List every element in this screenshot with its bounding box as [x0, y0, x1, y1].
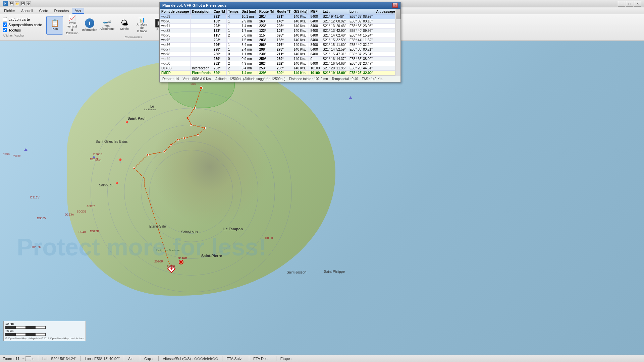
- speed-dot-8: [215, 357, 218, 360]
- speed-dot-5: [206, 357, 209, 360]
- table-row[interactable]: wpt70163°12,9 mn163°143°140 Kts.8400S21°…: [160, 19, 401, 24]
- pin-marker-1: 📍: [124, 121, 130, 126]
- speed-indicator: [194, 357, 218, 360]
- menu-donnees[interactable]: Données: [51, 8, 71, 13]
- table-row[interactable]: FMEPPierrefonds329°11,4 mn329°309°140 Kt…: [160, 71, 401, 75]
- label-saint-joseph: Saint-Joseph: [287, 270, 306, 274]
- menu-fichier[interactable]: Fichier: [1, 8, 18, 13]
- flightplan-title: Plan de vol: VFR Gillot à Pierrefonds: [162, 3, 226, 7]
- label-etang-sale: Etang-Salé: [149, 225, 166, 228]
- col-temps: Temps: [226, 9, 240, 14]
- meteo-icon: 🌤: [121, 19, 128, 27]
- table-row[interactable]: D146BIntersection253°25,4 mn253°233°140 …: [160, 66, 401, 71]
- map-area[interactable]: Saint-Denis Saint-Paul Saint-Gilles-les-…: [0, 41, 644, 355]
- meteo-button[interactable]: 🌤 Météo: [116, 16, 133, 35]
- table-row[interactable]: wpt71223°11,4 mn223°203°140 Kts.8400S21°…: [160, 24, 401, 28]
- flightplan-tbody: wpt69291°410,1 mn291°271°140 Kts.8400S21…: [160, 14, 401, 75]
- speed-dot-6: [209, 357, 212, 360]
- table-row[interactable]: wpt69291°410,1 mn291°271°140 Kts.8400S21…: [160, 14, 401, 19]
- analyse-button[interactable]: 📊 Analyse dela trace: [133, 16, 150, 35]
- lon-label: Lon :: [85, 357, 93, 361]
- label-sdg: SDG: [191, 82, 196, 85]
- table-row[interactable]: wpt78230°01,1 mn230°211°140 Kts.8400S21°…: [160, 52, 401, 57]
- table-row[interactable]: wpt73115°23,8 mn115°095°140 Kts.8400S21°…: [160, 33, 401, 38]
- label-d297r: D297R: [32, 245, 41, 249]
- col-waypoint: Point de passage: [160, 9, 191, 14]
- footer-vent: Vent : 000° À 0 Kts.: [183, 77, 212, 81]
- analyse-icon: 📊: [139, 17, 145, 22]
- profil-label: Profil verticald Élévation: [65, 22, 79, 35]
- triangle-marker-2: [93, 156, 95, 158]
- label-saint-leu: Saint-Leu: [99, 183, 113, 187]
- menu-vue[interactable]: Vue: [72, 8, 84, 14]
- close-button[interactable]: ×: [634, 1, 641, 7]
- pin-marker-3: 📍: [114, 182, 120, 187]
- label-fmep: FMEP: [167, 265, 175, 268]
- scale-bar-nm: [5, 326, 46, 329]
- table-row[interactable]: wpt76296°13,4 mn296°276°140 Kts.8400S21°…: [160, 43, 401, 47]
- zoom-minus-btn[interactable]: −: [22, 357, 24, 361]
- maximize-button[interactable]: □: [626, 1, 633, 7]
- cap-label: Cap :: [144, 357, 153, 361]
- plan-label: Plan: [52, 27, 58, 31]
- footer-distance: Distance totale : 102,2 mn: [289, 77, 328, 81]
- eta-suiv-label: ETA Suiv :: [226, 357, 244, 361]
- flightplan-table: Point de passage Description Cap °M Temp…: [160, 9, 400, 75]
- aerodrome-button[interactable]: 🛫 Aérodrome: [99, 16, 115, 35]
- label-saint-philippe: Saint-Philippe: [324, 270, 345, 274]
- profil-icon: 📈: [68, 15, 76, 21]
- flightplan-panel: Plan de vol: VFR Gillot à Pierrefonds × …: [159, 2, 401, 82]
- col-alt: Alt passage: [375, 9, 396, 14]
- aerodrome-icon: 🛫: [103, 19, 112, 27]
- zoom-slider[interactable]: [25, 356, 31, 361]
- footer-tas: TAS : 140 Kts.: [362, 77, 383, 81]
- label-d380v: D380V: [37, 217, 46, 220]
- scale-bar-km: [5, 333, 46, 336]
- menu-accueil[interactable]: Accueil: [18, 8, 36, 13]
- footer-depart: Départ : 14: [162, 77, 179, 81]
- alt-label: Alt :: [128, 357, 135, 361]
- label-antr: ANTR: [87, 204, 95, 208]
- menu-carte[interactable]: Carte: [36, 8, 51, 13]
- information-button[interactable]: i Information: [81, 16, 98, 35]
- minimize-button[interactable]: −: [618, 1, 625, 7]
- statusbar: Zoom : 11 − + Lat : S20° 56' 34.24" Lon …: [0, 355, 644, 362]
- information-label: Information: [82, 28, 97, 32]
- table-row[interactable]: wpt80282°24,9 mn282°262°140 Kts.8400S21°…: [160, 61, 401, 66]
- toolbar-left-label: Afficher / cacher: [3, 34, 42, 37]
- label-saint-gilles: Saint-Gilles-les-Bains: [96, 140, 128, 143]
- plan-button[interactable]: 📋 Plan: [46, 16, 63, 35]
- etape-label: Etape :: [280, 357, 292, 361]
- flightplan-close-button[interactable]: ×: [392, 3, 398, 8]
- label-sdg31: SDG31: [76, 210, 87, 213]
- col-desc: Description: [191, 9, 212, 14]
- speed-dot-3: [200, 357, 203, 360]
- col-route-t: Route °T: [275, 9, 292, 14]
- copyright-label: © OpenStreetMap - Map data ©2019 OpenStr…: [5, 337, 84, 340]
- label-d316v: D316V: [30, 196, 40, 199]
- scrollbar-thumb[interactable]: [396, 9, 400, 19]
- toolbar-left-group: Lat/Lon carte Superpositions carte Toolt…: [1, 15, 44, 40]
- table-row[interactable]: wpt75203°11,5 mn203°183°140 Kts.8400S21°…: [160, 38, 401, 43]
- col-dist: Dist (nm): [240, 9, 258, 14]
- label-d395p: D395P: [90, 230, 99, 233]
- footer-temps: Temps total : 0:40: [332, 77, 358, 81]
- flightplan-header[interactable]: Plan de vol: VFR Gillot à Pierrefonds ×: [160, 2, 400, 9]
- label-pd5b: PD5B: [3, 153, 10, 156]
- profil-button[interactable]: 📈 Profil verticald Élévation: [64, 16, 80, 35]
- checkbox-tooltips[interactable]: Tooltips: [3, 28, 42, 32]
- col-lon: Lon :: [348, 9, 375, 14]
- table-row[interactable]: wpt79259°00,9 mn259°239°140 Kts.0S21° 16…: [160, 57, 401, 61]
- flightplan-table-wrap[interactable]: Point de passage Description Cap °M Temp…: [160, 9, 400, 75]
- col-mef: MEF: [309, 9, 321, 14]
- scale-label-nm: 10 nm: [5, 322, 84, 325]
- checkbox-superpositions[interactable]: Superpositions carte: [3, 22, 42, 27]
- scrollbar[interactable]: [395, 9, 400, 76]
- table-row[interactable]: wpt77298°12,4 mn298°278°140 Kts.8400S21°…: [160, 47, 401, 52]
- speed-dot-2: [197, 357, 200, 360]
- zoom-plus-btn[interactable]: +: [32, 357, 34, 361]
- col-route-m: Route °M: [258, 9, 275, 14]
- table-row[interactable]: wpt72123°11,7 mn123°103°140 Kts.8400S21°…: [160, 28, 401, 33]
- checkbox-latlon[interactable]: Lat/Lon carte: [3, 17, 42, 21]
- speed-dot-4: [203, 357, 206, 360]
